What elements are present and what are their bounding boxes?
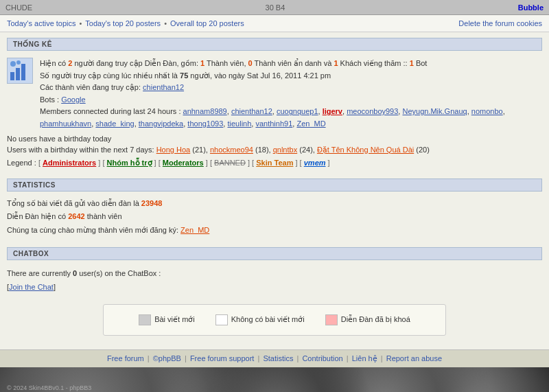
overall-top-link[interactable]: Overall top 20 posters bbox=[170, 19, 244, 27]
member-vanthinh91[interactable]: vanthinh91 bbox=[255, 119, 292, 128]
legend-vmem-link[interactable]: vmem bbox=[304, 159, 326, 167]
statistics-content: Tổng số bài viết đã gửi vào diễn đàn là … bbox=[7, 196, 542, 239]
member-phamhuukhavn[interactable]: phamhuukhavn bbox=[40, 119, 91, 128]
total-members-line: Diễn Đàn hiện có 2642 thành viên bbox=[7, 210, 542, 224]
stats-text-block: Hiện có 2 người đang truy cập Diễn Đàn, … bbox=[40, 58, 542, 130]
no-users-birthday: No users have a birthday today bbox=[7, 133, 542, 144]
bottom-image: © 2024 Skin4BBv0.1 - phpBB3 Powered by F… bbox=[0, 367, 549, 392]
no-new-post-square bbox=[215, 314, 228, 325]
footer-statistics[interactable]: Statistics bbox=[263, 354, 293, 362]
join-chat-link[interactable]: Join the Chat bbox=[9, 283, 54, 291]
svg-rect-1 bbox=[16, 68, 20, 80]
legend-item-no-new: Không có bài viết mới bbox=[215, 314, 305, 325]
member-tieulinh[interactable]: tieulinh bbox=[227, 119, 251, 128]
total-posts-line: Tổng số bài viết đã gửi vào diễn đàn là … bbox=[7, 197, 542, 211]
member-nomonbo[interactable]: nomonbo bbox=[471, 107, 503, 115]
footer-lien-he[interactable]: Liên hệ bbox=[352, 354, 377, 362]
bottom-line1: © 2024 Skin4BBv0.1 - phpBB3 bbox=[7, 384, 124, 392]
connected-members-line: Members connected during last 24 hours :… bbox=[40, 106, 542, 130]
chatbox-header: CHATBOX bbox=[7, 247, 542, 260]
bot-google-link[interactable]: Google bbox=[61, 95, 85, 104]
locked-post-label: Diễn Đàn đã bị khoá bbox=[341, 315, 410, 324]
stats-content: Hiện có 2 người đang truy cập Diễn Đàn, … bbox=[7, 55, 542, 133]
topics-bar-links: Today's active topics • Today's top 20 p… bbox=[7, 19, 244, 27]
sep1: • bbox=[80, 19, 82, 27]
member-shade-king[interactable]: shade_king bbox=[95, 119, 134, 128]
new-post-square bbox=[139, 314, 151, 325]
new-post-label: Bài viết mới bbox=[154, 315, 195, 324]
newest-member-line: Chúng ta cùng chào mừng thành viên mới đ… bbox=[7, 224, 542, 238]
bday-dat-ten[interactable]: Đặt Tên Không Nên Quá Dài bbox=[317, 146, 414, 154]
top-nav-bar: CHUDE 30 B4 Bubble bbox=[0, 0, 549, 15]
nav-chude: CHUDE bbox=[5, 3, 32, 12]
nav-bubble: Bubble bbox=[518, 3, 544, 12]
legend-item-new: Bài viết mới bbox=[139, 314, 195, 325]
svg-point-3 bbox=[10, 61, 16, 67]
legend-item-locked: Diễn Đàn đã bị khoá bbox=[325, 314, 410, 325]
stats-icon bbox=[7, 58, 33, 84]
chatbox-users-line: There are currently 0 user(s) on the Cha… bbox=[7, 267, 542, 281]
visiting-members-line: Các thành viên đang truy cập: chienthan1… bbox=[40, 82, 542, 94]
thong-ke-section: THỐNG KÊ Hiện có 2 người đang truy cập D… bbox=[7, 38, 542, 170]
top20-posters-link[interactable]: Today's top 20 posters bbox=[85, 19, 161, 27]
birthday-line: Users with a birthday within the next 7 … bbox=[7, 144, 542, 156]
legend-banned-label: BANNED bbox=[214, 159, 246, 167]
total-posts-num: 23948 bbox=[141, 199, 163, 207]
main-content: THỐNG KÊ Hiện có 2 người đang truy cập D… bbox=[0, 32, 549, 349]
locked-post-square bbox=[325, 314, 338, 325]
bday-qnlntbx[interactable]: qnlntbx bbox=[273, 146, 297, 154]
footer-free-forum-support[interactable]: Free forum support bbox=[190, 354, 255, 362]
member-thong1093[interactable]: thong1093 bbox=[187, 119, 223, 128]
footer-contribution[interactable]: Contribution bbox=[302, 354, 342, 362]
svg-rect-2 bbox=[21, 64, 25, 80]
bday-nhockmeo94[interactable]: nhockmeo94 bbox=[210, 146, 253, 154]
member-chienthan12[interactable]: chienthan12 bbox=[231, 107, 272, 115]
member-ligerv[interactable]: ligerv bbox=[323, 107, 342, 115]
topics-bar: Today's active topics • Today's top 20 p… bbox=[0, 15, 549, 32]
chatbox-content: There are currently 0 user(s) on the Cha… bbox=[7, 264, 542, 297]
nav-count: 30 B4 bbox=[266, 3, 285, 12]
member-zen-md[interactable]: Zen_MD bbox=[296, 119, 325, 128]
chatbox-user-count: 0 bbox=[73, 269, 77, 277]
legend-mod-link[interactable]: Moderators bbox=[163, 159, 204, 167]
statistics-section: STATISTICS Tổng số bài viết đã gửi vào d… bbox=[7, 178, 542, 239]
member-thangvipdeka[interactable]: thangvipdeka bbox=[139, 119, 183, 128]
delete-cookies-link[interactable]: Delete the forum cookies bbox=[458, 19, 542, 27]
svg-rect-0 bbox=[10, 72, 14, 80]
connected-members-list: anhnam8989, chienthan12, cuognquep1, lig… bbox=[40, 107, 505, 128]
legend-skin-link[interactable]: Skin Team bbox=[256, 159, 293, 167]
online-count-line: Hiện có 2 người đang truy cập Diễn Đàn, … bbox=[40, 58, 542, 70]
sep2: • bbox=[164, 19, 167, 27]
bday-hong-hoa[interactable]: Hong Hoa bbox=[156, 146, 191, 154]
legend-helper-link[interactable]: Nhóm hỗ trợ bbox=[107, 159, 152, 167]
legend-line: Legend : [ Administrators ] [ Nhóm hỗ tr… bbox=[7, 156, 542, 170]
total-members-num: 2642 bbox=[68, 212, 84, 220]
bots-line: Bots : Google bbox=[40, 94, 542, 106]
footer-phpbb[interactable]: ©phpBB bbox=[153, 354, 181, 362]
no-new-post-label: Không có bài viết mới bbox=[231, 315, 305, 324]
member-meoconboy993[interactable]: meoconboy993 bbox=[347, 107, 398, 115]
svg-point-4 bbox=[16, 60, 21, 65]
legend-box: Bài viết mới Không có bài viết mới Diễn … bbox=[103, 304, 446, 336]
active-topics-link[interactable]: Today's active topics bbox=[7, 19, 76, 27]
footer: Free forum | ©phpBB | Free forum support… bbox=[0, 349, 549, 367]
newest-member-link[interactable]: Zen_MD bbox=[180, 226, 209, 234]
footer-free-forum[interactable]: Free forum bbox=[107, 354, 144, 362]
member-cuognquep1[interactable]: cuognquep1 bbox=[277, 107, 318, 115]
legend-admin-link[interactable]: Administrators bbox=[43, 159, 96, 167]
chatbox-section: CHATBOX There are currently 0 user(s) on… bbox=[7, 247, 542, 336]
bottom-text: © 2024 Skin4BBv0.1 - phpBB3 Powered by F… bbox=[7, 384, 124, 392]
member-anhnam8989[interactable]: anhnam8989 bbox=[183, 107, 227, 115]
member-link-chienthan12[interactable]: chienthan12 bbox=[143, 83, 184, 91]
footer-report-abuse[interactable]: Report an abuse bbox=[386, 354, 442, 362]
max-users-line: Số người truy cập cùng lúc nhiều nhất là… bbox=[40, 70, 542, 82]
member-neyugn[interactable]: Neyugn.Mik.Gnauq bbox=[402, 107, 467, 115]
thong-ke-header: THỐNG KÊ bbox=[7, 38, 542, 51]
chatbox-join-line: [Join the Chat] bbox=[7, 281, 542, 295]
statistics-header: STATISTICS bbox=[7, 178, 542, 192]
